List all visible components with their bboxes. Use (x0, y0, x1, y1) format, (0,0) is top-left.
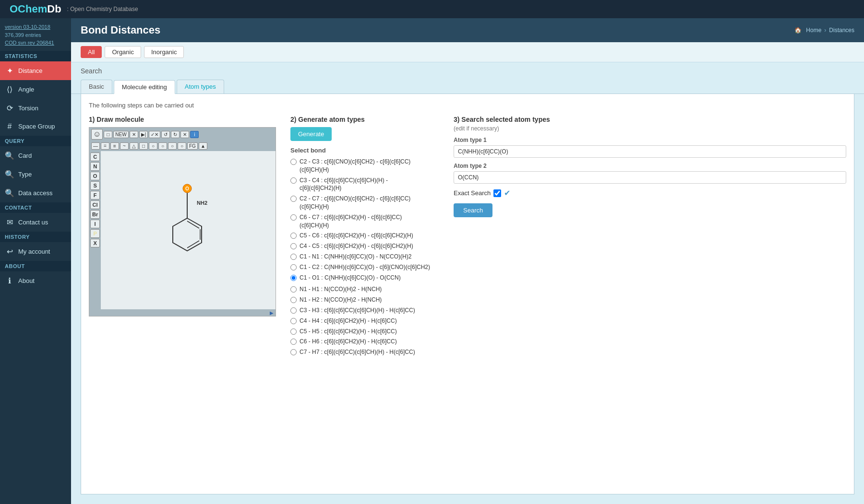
radio-c2c7[interactable] (290, 196, 297, 202)
mol-btn-X[interactable]: X (90, 239, 100, 247)
col-search: 3) Search selected atom types (edit if n… (454, 116, 846, 217)
mol-btn-checkx[interactable]: ✓✕ (149, 131, 160, 138)
sidebar-item-type[interactable]: 🔍 Type (0, 165, 71, 184)
tab-atom-types[interactable]: Atom types (177, 80, 224, 94)
svn-rev-link[interactable]: COD svn rev 206841 (5, 40, 54, 46)
mol-btn-undo[interactable]: ↺ (161, 131, 170, 138)
logo-db-text: Db (47, 3, 61, 15)
bond-option-c5h5: C5 - H5 : c[6](c[6]CH2)(H) - H(c[6]CC) (290, 328, 444, 336)
sidebar-item-data-access[interactable]: 🔍 Data access (0, 184, 71, 202)
mol-btn-new[interactable]: NEW (113, 131, 128, 138)
radio-c3c4[interactable] (290, 177, 297, 184)
radio-c2c3[interactable] (290, 159, 297, 165)
mol-btn-circle1[interactable]: ○ (149, 142, 157, 150)
mol-btn-circle4[interactable]: ○ (178, 142, 186, 150)
sidebar-item-my-account[interactable]: ↩ My account (0, 242, 71, 261)
mol-btn-close[interactable]: ✕ (130, 131, 138, 138)
radio-c5h5[interactable] (290, 328, 297, 335)
radio-c3h3[interactable] (290, 307, 297, 314)
mol-btn-play[interactable]: ▶| (139, 131, 148, 138)
filter-tab-organic[interactable]: Organic (105, 46, 141, 58)
history-section-label: HISTORY (0, 232, 71, 242)
radio-c4c5[interactable] (290, 243, 297, 249)
mol-btn-Br[interactable]: Br (90, 210, 100, 219)
radio-c4h4[interactable] (290, 318, 297, 324)
mol-btn-Cl[interactable]: Cl (90, 200, 100, 209)
sidebar-item-angle[interactable]: ⟨⟩ Angle (0, 80, 71, 99)
tab-basic[interactable]: Basic (81, 80, 112, 94)
bond-option-c5c6: C5 - C6 : c[6](c[6]CH2)(H) - c[6](c[6]CH… (290, 232, 444, 240)
mol-btn-C[interactable]: C (90, 152, 100, 161)
breadcrumb-sep: › (824, 27, 826, 34)
sidebar-item-contact-us[interactable]: ✉ Contact us (0, 213, 71, 232)
mol-btn-info[interactable]: i (190, 131, 199, 138)
mol-btn-redo[interactable]: ↻ (171, 131, 180, 138)
mol-btn-double[interactable]: = (101, 142, 109, 150)
filter-tab-all[interactable]: All (81, 46, 102, 58)
query-section-label: QUERY (0, 136, 71, 146)
filter-tab-inorganic[interactable]: Inorganic (144, 46, 184, 58)
exact-search-checkmark: ✔ (504, 188, 510, 198)
bond-option-c7h7: C7 - H7 : c[6](c[6]CC)(c[6]CH)(H) - H(c[… (290, 348, 444, 356)
radio-c7h7[interactable] (290, 349, 297, 355)
atom-type2-input[interactable] (454, 171, 846, 184)
mol-btn-triple[interactable]: ≡ (110, 142, 119, 150)
bond-label-c7h7: C7 - H7 : c[6](c[6]CC)(c[6]CH)(H) - H(c[… (300, 348, 415, 356)
bond-label-c3h3: C3 - H3 : c[6](c[6]CC)(c[6]CH)(H) - H(c[… (300, 306, 415, 315)
mol-btn-N[interactable]: N (90, 162, 100, 171)
mol-btn-x2[interactable]: ✕ (180, 131, 189, 138)
bond-option-c1n1: C1 - N1 : C(NHH)(c[6]CC)(O) - N(CCO)(H)2 (290, 253, 444, 261)
sidebar-item-space-group[interactable]: # Space Group (0, 117, 71, 136)
mol-footer-arrow[interactable]: ▶ (270, 310, 274, 316)
sidebar-item-distance[interactable]: ✦ Distance (0, 61, 71, 80)
tab-molecule-editing[interactable]: Molecule editing (114, 80, 175, 94)
mol-btn-smiley[interactable]: ☺ (91, 129, 103, 140)
about-section-label: ABOUT (0, 261, 71, 271)
mol-btn-wavy[interactable]: ~ (120, 142, 129, 150)
sidebar-label-contact-us: Contact us (18, 219, 48, 226)
exact-search-checkbox[interactable] (493, 189, 501, 197)
radio-c1o1[interactable] (290, 275, 297, 281)
steps-description: The following steps can be carried out (89, 102, 846, 109)
radio-c1c2[interactable] (290, 264, 297, 270)
radio-c6h6[interactable] (290, 339, 297, 345)
breadcrumb-home[interactable]: Home (806, 27, 821, 34)
page-title: Bond Distances (81, 24, 160, 36)
svg-line-3 (187, 241, 199, 248)
sidebar-label-distance: Distance (18, 67, 43, 74)
mol-btn-rect[interactable]: □ (104, 131, 112, 138)
mol-btn-square[interactable]: □ (139, 142, 148, 150)
radio-c5c6[interactable] (290, 233, 297, 239)
col-draw: 1) Draw molecule ☺ □ NEW ✕ ▶| ✓✕ ↺ ↻ (89, 116, 281, 316)
atom-type1-input[interactable] (454, 145, 846, 158)
version-link[interactable]: version 03-10-2018 (5, 24, 50, 30)
radio-c6c7[interactable] (290, 214, 297, 221)
mol-btn-circle3[interactable]: ○ (168, 142, 177, 150)
radio-n1h2[interactable] (290, 297, 297, 303)
mol-btn-F[interactable]: F (90, 191, 100, 199)
mol-btn-triangle[interactable]: △ (130, 142, 138, 150)
mol-btn-P[interactable]: P (90, 229, 100, 238)
mol-btn-circle2[interactable]: ○ (158, 142, 167, 150)
mol-btn-S[interactable]: S (90, 181, 100, 190)
radio-c1n1[interactable] (290, 254, 297, 260)
mol-canvas[interactable]: O NH2 (101, 151, 276, 309)
bond-options-list: C2 - C3 : c[6](CNO)(c[6]CH2) - c[6](c[6]… (290, 158, 444, 356)
mol-btn-arrow-up[interactable]: ▲ (199, 142, 207, 150)
radio-n1h1[interactable] (290, 286, 297, 293)
mol-btn-fg[interactable]: FG (187, 142, 198, 150)
generate-button[interactable]: Generate (290, 127, 332, 141)
mol-btn-single[interactable]: — (91, 142, 100, 150)
mol-btn-I[interactable]: I (90, 220, 100, 228)
sidebar-label-card: Card (18, 152, 32, 159)
search-button[interactable]: Search (454, 203, 492, 217)
svg-text:O: O (185, 186, 189, 191)
sidebar-item-torsion[interactable]: ⟳ Torsion (0, 99, 71, 117)
sidebar-item-card[interactable]: 🔍 Card (0, 146, 71, 165)
entries-count: 376,399 entries (5, 31, 66, 39)
angle-icon: ⟨⟩ (5, 85, 14, 94)
sidebar-item-about[interactable]: ℹ About (0, 271, 71, 290)
mol-btn-O[interactable]: O (90, 172, 100, 180)
bond-option-c6h6: C6 - H6 : c[6](c[6]CH2)(H) - H(c[6]CC) (290, 338, 444, 346)
mol-footer: ▶ (89, 309, 276, 316)
